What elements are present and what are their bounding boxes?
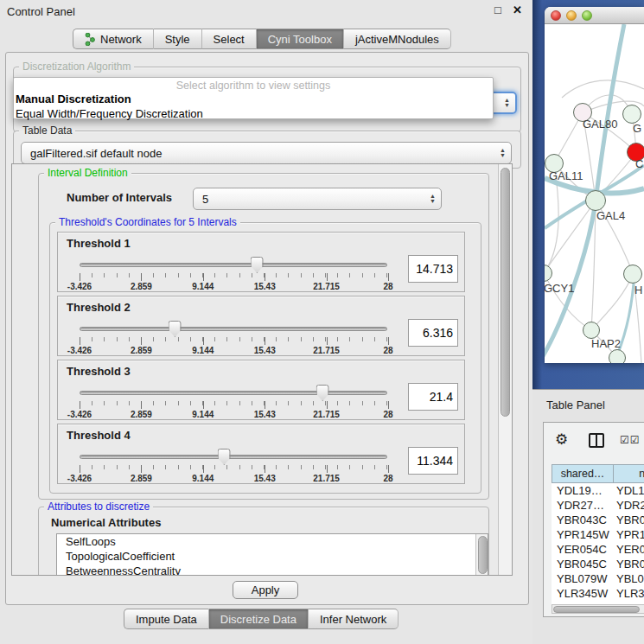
control-panel-tabs: Network Style Select Cyni Toolbox jActiv…: [73, 29, 451, 49]
threshold-4-value-field[interactable]: 11.344: [408, 447, 458, 475]
network-window-titlebar[interactable]: [545, 7, 644, 24]
table-row[interactable]: YBL079WYBL0: [552, 571, 644, 586]
slider-ticks: [80, 465, 388, 473]
node-label-c-partial: C: [635, 157, 643, 170]
network-canvas[interactable]: GAL80 G C GAL11 GAL4 GCY1 H HAP2: [545, 24, 644, 363]
threshold-3-value-field[interactable]: 21.4: [408, 383, 458, 411]
tab-impute-data[interactable]: Impute Data: [124, 609, 209, 629]
node-label-h-partial: H: [634, 284, 642, 296]
popup-item-manual-discretization[interactable]: Manual Discretization: [14, 92, 493, 106]
close-panel-icon[interactable]: ✕: [513, 3, 522, 16]
attributes-group-title: Attributes to discretize: [44, 501, 153, 513]
interval-definition-title: Interval Definition: [44, 167, 131, 179]
table-row[interactable]: YLR345WYLR3: [552, 586, 644, 601]
apply-button[interactable]: Apply: [233, 581, 298, 599]
cyni-toolbox-panel: Discretization Algorithm ▲▼ Select algor…: [5, 52, 529, 605]
select-columns-checkboxes-icon[interactable]: ☑☑: [620, 434, 641, 446]
zoom-traffic-light-icon[interactable]: [582, 10, 592, 21]
column-layout-icon[interactable]: [589, 433, 604, 448]
tab-discretize-data[interactable]: Discretize Data: [209, 609, 309, 629]
combo-stepper-icon[interactable]: ▲▼: [504, 93, 510, 112]
settings-vertical-scrollbar[interactable]: [498, 164, 512, 575]
slider-thumb[interactable]: [218, 449, 231, 465]
list-item-betweennesscentrality[interactable]: BetweennessCentrality: [57, 564, 488, 576]
tab-select[interactable]: Select: [202, 29, 257, 49]
cell-name[interactable]: YBL0: [616, 571, 644, 586]
node-hap2[interactable]: [583, 322, 600, 339]
node-h-partial[interactable]: [623, 265, 642, 284]
threshold-1-value-field[interactable]: 14.713: [408, 255, 458, 283]
cell-name[interactable]: YPR1: [616, 527, 644, 542]
scrollbar-thumb[interactable]: [553, 606, 640, 613]
list-item-selfloops[interactable]: SelfLoops: [57, 534, 488, 549]
cell-name[interactable]: YBR0: [616, 513, 644, 527]
threshold-4-slider[interactable]: -3.4262.8599.14415.4321.71528: [80, 448, 387, 482]
cell-shared-name[interactable]: YBR045C: [557, 557, 607, 571]
control-panel-titlebar: Control Panel □ ✕: [0, 0, 534, 22]
cell-shared-name[interactable]: YER054C: [557, 542, 607, 557]
table-row[interactable]: YBR043CYBR0: [552, 513, 644, 527]
cell-name[interactable]: YDR2: [616, 498, 644, 513]
network-view-window: GAL80 G C GAL11 GAL4 GCY1 H HAP2: [545, 7, 644, 363]
threshold-2-slider[interactable]: -3.4262.8599.14415.4321.71528: [80, 320, 387, 354]
column-header-name[interactable]: n…: [613, 464, 644, 483]
slider-track[interactable]: [80, 455, 387, 459]
combo-stepper-icon[interactable]: ▲▼: [500, 143, 506, 163]
cell-name[interactable]: YER0: [616, 542, 644, 557]
combo-stepper-icon[interactable]: ▲▼: [430, 188, 436, 209]
cell-shared-name[interactable]: YPR145W: [557, 527, 609, 542]
tab-cyni-toolbox[interactable]: Cyni Toolbox: [257, 29, 344, 49]
list-item-topologicalcoefficient[interactable]: TopologicalCoefficient: [57, 549, 488, 564]
gear-icon[interactable]: ⚙: [555, 430, 568, 449]
slider-thumb[interactable]: [251, 257, 264, 273]
algorithm-dropdown-popup: Select algorithm to view settings Manual…: [13, 77, 494, 119]
numerical-attributes-label: Numerical Attributes: [51, 516, 161, 529]
slider-thumb[interactable]: [169, 321, 182, 337]
table-row[interactable]: YDR27…YDR2: [552, 498, 644, 513]
table-row[interactable]: YER054CYER0: [552, 542, 644, 557]
scrollbar-thumb[interactable]: [501, 168, 510, 417]
node-bottom-partial[interactable]: [609, 349, 626, 363]
slider-track[interactable]: [80, 391, 387, 395]
cell-shared-name[interactable]: YBR043C: [557, 513, 607, 527]
table-data-combobox[interactable]: galFiltered.sif default node ▲▼: [21, 142, 512, 164]
threshold-2-value-field[interactable]: 6.316: [408, 319, 458, 347]
column-header-shared-name[interactable]: shared…: [552, 464, 614, 483]
discretization-algorithm-group-title: Discretization Algorithm: [19, 61, 134, 73]
tab-jactivemnodules[interactable]: jActiveMNodules: [344, 29, 451, 49]
threshold-1-slider[interactable]: -3.4262.8599.14415.4321.71528: [80, 256, 387, 290]
cell-shared-name[interactable]: YDR27…: [557, 498, 604, 513]
threshold-3-slider[interactable]: -3.4262.8599.14415.4321.71528: [80, 384, 387, 418]
attributes-list-scrollbar[interactable]: [475, 534, 488, 576]
table-row[interactable]: YDL19…YDL1: [552, 483, 644, 498]
slider-track[interactable]: [80, 263, 387, 267]
cell-name[interactable]: YLR3: [616, 586, 644, 601]
table-row[interactable]: YBR045CYBR0: [552, 557, 644, 571]
tab-cyni-toolbox-label: Cyni Toolbox: [268, 33, 332, 46]
cell-name[interactable]: YDL1: [616, 483, 644, 498]
cell-shared-name[interactable]: YLR345W: [557, 586, 608, 601]
tab-impute-data-label: Impute Data: [136, 613, 197, 626]
node-label-hap2: HAP2: [591, 337, 621, 350]
tab-infer-network[interactable]: Infer Network: [309, 609, 399, 629]
minimize-traffic-light-icon[interactable]: [566, 10, 577, 21]
node-label-gal80: GAL80: [583, 118, 617, 131]
float-window-icon[interactable]: □: [494, 3, 501, 16]
popup-item-equal-width-frequency[interactable]: Equal Width/Frequency Discretization: [14, 106, 493, 121]
cell-shared-name[interactable]: YBL079W: [557, 571, 608, 586]
table-horizontal-scrollbar[interactable]: [552, 604, 644, 614]
table-row[interactable]: YPR145WYPR1: [552, 527, 644, 542]
number-of-intervals-combobox[interactable]: 5 ▲▼: [193, 188, 442, 210]
slider-thumb[interactable]: [316, 385, 329, 401]
tab-style[interactable]: Style: [154, 29, 202, 49]
slider-track[interactable]: [80, 327, 387, 331]
cell-shared-name[interactable]: YDL19…: [557, 483, 603, 498]
cell-name[interactable]: YBR0: [616, 557, 644, 571]
node-g-partial[interactable]: [622, 105, 641, 124]
close-traffic-light-icon[interactable]: [551, 10, 561, 21]
tab-network[interactable]: Network: [73, 29, 154, 49]
node-gal4[interactable]: [585, 190, 606, 211]
threshold-1-label: Threshold 1: [67, 237, 131, 250]
table-panel-title: Table Panel: [546, 399, 605, 411]
slider-ticks: [80, 401, 388, 409]
